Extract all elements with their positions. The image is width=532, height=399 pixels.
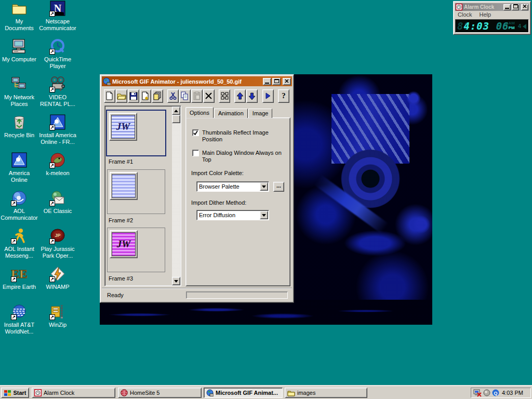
homesite-icon — [121, 389, 128, 396]
scrollbar-thumb[interactable] — [172, 115, 180, 123]
quicktime-tray-icon[interactable]: Q — [492, 389, 499, 396]
scroll-down-button[interactable] — [172, 277, 180, 285]
checkmark-icon — [193, 130, 198, 136]
select-all-button[interactable] — [219, 89, 230, 103]
menu-clock[interactable]: Clock — [458, 11, 472, 19]
gif-animator-window: Microsoft GIF Animator - juliensworld_50… — [100, 74, 294, 303]
stacked-frames-icon — [153, 91, 162, 100]
chevron-down-icon — [262, 214, 266, 219]
alarm-clock-titlebar[interactable]: Alarm Clock — [455, 3, 529, 11]
copy-button[interactable] — [179, 89, 191, 103]
desktop-icon-install-aol[interactable]: ↗ Install America Online - FR... — [38, 114, 77, 152]
open-folder-icon — [117, 91, 126, 100]
minimize-button[interactable] — [263, 78, 271, 85]
insert-frame-icon — [141, 91, 150, 100]
desktop-icon-my-computer[interactable]: My Computer — [0, 38, 38, 76]
options-tab-control: Options Animation Image Thumbnails Refle… — [185, 107, 290, 286]
art-shape — [406, 91, 421, 105]
desktop-icon-install-att-worldnet[interactable]: ↗ Install AT&T WorldNet... — [0, 303, 38, 341]
copy-icon — [180, 91, 189, 100]
open-button[interactable] — [116, 89, 127, 103]
frames-pane: JW Frame #1 Frame #2 JW Frame #3 — [104, 105, 181, 286]
icon-label: Empire Earth — [3, 284, 36, 290]
desktop-icon-oe-classic[interactable]: ↗ OE Classic — [38, 190, 77, 228]
start-button[interactable]: Start — [1, 388, 29, 398]
taskbar-task-homesite[interactable]: HomeSite 5 — [118, 388, 202, 398]
minimize-button[interactable] — [503, 4, 511, 10]
menu-help[interactable]: Help — [480, 11, 491, 19]
save-button[interactable] — [128, 89, 139, 103]
frame-item-2[interactable] — [107, 169, 165, 214]
alarm-clock-app-icon — [456, 4, 462, 10]
help-button[interactable]: ? — [278, 89, 289, 103]
network-offline-icon[interactable] — [473, 389, 482, 397]
preview-button[interactable] — [262, 89, 274, 103]
desktop-icon-netscape[interactable]: N↗ Netscape Communicator — [38, 0, 77, 38]
desktop-icon-my-network-places[interactable]: My Network Places — [0, 76, 38, 114]
merge-frames-button[interactable] — [152, 89, 163, 103]
icon-label: My Documents — [1, 18, 38, 32]
svg-text:Q: Q — [494, 391, 497, 396]
shortcut-arrow-icon: ↗ — [11, 238, 17, 244]
icon-label: Install America Online - FR... — [39, 132, 76, 145]
cut-button[interactable] — [167, 89, 179, 103]
folder-icon — [287, 390, 295, 396]
tab-image[interactable]: Image — [248, 109, 273, 118]
toolbar-separator — [164, 96, 167, 96]
desktop-icon-america-online[interactable]: America Online — [0, 152, 38, 190]
dropdown-button[interactable] — [260, 182, 268, 191]
taskbar: Start Alarm Clock HomeSite 5 Microsoft G… — [0, 385, 532, 399]
desktop-icon-recycle-bin[interactable]: Recycle Bin — [0, 114, 38, 152]
desktop-icon-winzip[interactable]: ↗ WinZip — [38, 303, 77, 341]
desktop-icon-aol-communicator[interactable]: ↗ AOL Communicator — [0, 190, 38, 228]
new-button[interactable] — [104, 89, 115, 103]
desktop-icon-video-rental[interactable]: ↗ VIDEO RENTAL PL... — [38, 76, 77, 114]
import-color-palette-select[interactable]: Browser Palette — [196, 181, 269, 192]
maximize-button[interactable] — [512, 4, 519, 10]
import-dither-method-select[interactable]: Error Diffusion — [196, 210, 269, 220]
delete-button[interactable] — [203, 89, 215, 103]
desktop-icon-empire-earth[interactable]: EE↗ Empire Earth — [0, 265, 38, 303]
scroll-up-button[interactable] — [172, 107, 180, 115]
desktop-icon-quicktime-player[interactable]: ↗ QuickTime Player — [38, 38, 77, 76]
icon-label: My Computer — [2, 56, 36, 63]
display-time: 4:03 06 — [457, 20, 509, 32]
taskbar-task-gif-animator[interactable]: Microsoft GIF Animat... — [204, 388, 283, 398]
tab-options[interactable]: Options — [185, 107, 214, 118]
taskbar-task-images[interactable]: images — [285, 388, 367, 398]
desktop-icon-grid: My Documents N↗ Netscape Communicator My… — [0, 0, 77, 341]
move-down-button[interactable] — [246, 89, 258, 103]
volume-icon[interactable] — [483, 389, 490, 396]
tab-animation[interactable]: Animation — [214, 109, 248, 118]
maximize-button[interactable] — [272, 78, 281, 85]
move-up-button[interactable] — [234, 89, 246, 103]
frame-item-3[interactable]: JW — [107, 228, 165, 272]
close-button[interactable] — [521, 4, 528, 10]
icon-label: AOL Communicator — [1, 208, 38, 221]
dropdown-button[interactable] — [260, 211, 268, 219]
desktop-icon-aol-instant-messenger[interactable]: ↗ AOL Instant Messeng... — [0, 228, 38, 265]
select-value: Browser Palette — [197, 183, 259, 190]
task-label: Microsoft GIF Animat... — [216, 390, 278, 396]
taskbar-task-alarm-clock[interactable]: Alarm Clock — [32, 388, 115, 398]
desktop-icon-my-documents[interactable]: My Documents — [0, 0, 38, 38]
frame-item-1[interactable]: JW — [106, 110, 166, 156]
insert-frame-button[interactable] — [140, 89, 151, 103]
icon-label: VIDEO RENTAL PL... — [39, 94, 76, 108]
paste-button[interactable] — [191, 89, 203, 103]
icon-label: OE Classic — [44, 208, 72, 215]
shortcut-arrow-icon: ↗ — [49, 125, 55, 130]
task-label: Alarm Clock — [44, 390, 74, 396]
desktop-icon-winamp[interactable]: ↗ WINAMP — [38, 265, 77, 303]
frames-scrollbar[interactable] — [172, 107, 180, 285]
desktop-icon-kmeleon[interactable]: ↗ k-meleon — [38, 152, 77, 190]
alarm-clock-display: 88:88 88 4:03 06 AMPM 4 — [455, 19, 529, 33]
palette-browse-button[interactable]: ... — [273, 182, 284, 192]
close-button[interactable] — [283, 78, 291, 85]
gif-animator-titlebar[interactable]: Microsoft GIF Animator - juliensworld_50… — [102, 76, 292, 86]
always-on-top-checkbox[interactable] — [192, 150, 199, 156]
shortcut-arrow-icon: ↗ — [11, 201, 17, 206]
progress-placeholder — [186, 291, 288, 299]
thumbnails-checkbox[interactable] — [192, 129, 199, 136]
desktop-icon-jurassic-park[interactable]: JP↗ Play Jurassic Park Oper... — [38, 228, 77, 265]
